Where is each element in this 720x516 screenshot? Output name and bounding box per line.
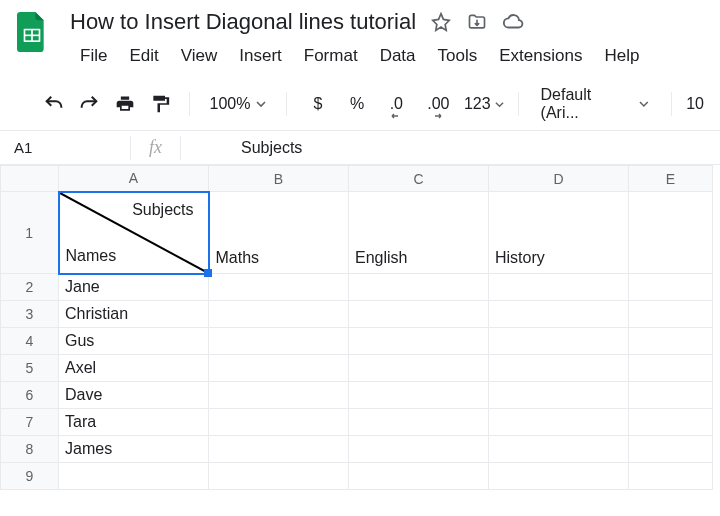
cell-A2[interactable]: Jane <box>59 274 209 301</box>
row-header-5[interactable]: 5 <box>1 355 59 382</box>
cell-D1[interactable]: History <box>489 192 629 274</box>
cell-E3[interactable] <box>629 301 713 328</box>
menu-data[interactable]: Data <box>370 40 426 72</box>
select-all-corner[interactable] <box>1 166 59 192</box>
menu-tools[interactable]: Tools <box>428 40 488 72</box>
more-formats-button[interactable]: 123 <box>464 95 504 113</box>
cell-D5[interactable] <box>489 355 629 382</box>
row-header-9[interactable]: 9 <box>1 463 59 490</box>
menu-bar: File Edit View Insert Format Data Tools … <box>70 40 708 72</box>
cell-C4[interactable] <box>349 328 489 355</box>
cell-B4[interactable] <box>209 328 349 355</box>
decrease-decimal-button[interactable]: .0 <box>380 95 413 113</box>
svg-rect-3 <box>25 36 31 40</box>
cell-A1-selected[interactable]: Subjects Names <box>59 192 209 274</box>
col-header-E[interactable]: E <box>629 166 713 192</box>
print-button[interactable] <box>110 89 139 119</box>
cell-A8[interactable]: James <box>59 436 209 463</box>
cell-E9[interactable] <box>629 463 713 490</box>
cell-B9[interactable] <box>209 463 349 490</box>
row-header-1[interactable]: 1 <box>1 192 59 274</box>
arrow-right-icon <box>433 113 443 119</box>
zoom-value: 100% <box>210 95 251 113</box>
cell-D7[interactable] <box>489 409 629 436</box>
cell-C1[interactable]: English <box>349 192 489 274</box>
cell-A1-bottom-label: Names <box>66 247 117 265</box>
cell-E8[interactable] <box>629 436 713 463</box>
cell-A5[interactable]: Axel <box>59 355 209 382</box>
redo-button[interactable] <box>75 89 104 119</box>
cell-B6[interactable] <box>209 382 349 409</box>
caret-down-icon <box>639 99 649 109</box>
col-header-C[interactable]: C <box>349 166 489 192</box>
cell-A4[interactable]: Gus <box>59 328 209 355</box>
sheets-logo[interactable] <box>12 8 52 56</box>
cell-B5[interactable] <box>209 355 349 382</box>
selection-handle[interactable] <box>204 269 212 277</box>
header: How to Insert Diagonal lines tutorial Fi… <box>0 0 720 72</box>
cell-A6[interactable]: Dave <box>59 382 209 409</box>
cell-D4[interactable] <box>489 328 629 355</box>
format-currency-button[interactable]: $ <box>301 95 334 113</box>
cell-C6[interactable] <box>349 382 489 409</box>
cloud-status-icon[interactable] <box>502 11 524 33</box>
increase-decimal-button[interactable]: .00 <box>419 95 458 113</box>
cell-C3[interactable] <box>349 301 489 328</box>
separator <box>518 92 519 116</box>
format-percent-button[interactable]: % <box>341 95 374 113</box>
cell-D8[interactable] <box>489 436 629 463</box>
paint-format-button[interactable] <box>145 89 174 119</box>
row-header-4[interactable]: 4 <box>1 328 59 355</box>
caret-down-icon <box>495 100 504 109</box>
font-selector[interactable]: Default (Ari... <box>533 86 658 122</box>
cell-E6[interactable] <box>629 382 713 409</box>
star-icon[interactable] <box>430 11 452 33</box>
menu-file[interactable]: File <box>70 40 117 72</box>
menu-view[interactable]: View <box>171 40 228 72</box>
cell-C9[interactable] <box>349 463 489 490</box>
move-folder-icon[interactable] <box>466 11 488 33</box>
cell-A3[interactable]: Christian <box>59 301 209 328</box>
toolbar: 100% $ % .0 .00 123 Default (Ari... 10 <box>0 78 720 131</box>
cell-E5[interactable] <box>629 355 713 382</box>
row-header-7[interactable]: 7 <box>1 409 59 436</box>
cell-E2[interactable] <box>629 274 713 301</box>
col-header-D[interactable]: D <box>489 166 629 192</box>
cell-C8[interactable] <box>349 436 489 463</box>
cell-B3[interactable] <box>209 301 349 328</box>
menu-insert[interactable]: Insert <box>229 40 292 72</box>
menu-extensions[interactable]: Extensions <box>489 40 592 72</box>
name-box[interactable]: A1 <box>0 139 130 156</box>
menu-help[interactable]: Help <box>594 40 649 72</box>
cell-B2[interactable] <box>209 274 349 301</box>
arrow-left-icon <box>390 113 400 119</box>
cell-D9[interactable] <box>489 463 629 490</box>
row-header-6[interactable]: 6 <box>1 382 59 409</box>
cell-A7[interactable]: Tara <box>59 409 209 436</box>
cell-A9[interactable] <box>59 463 209 490</box>
row-header-8[interactable]: 8 <box>1 436 59 463</box>
cell-D3[interactable] <box>489 301 629 328</box>
menu-edit[interactable]: Edit <box>119 40 168 72</box>
row-header-2[interactable]: 2 <box>1 274 59 301</box>
cell-C2[interactable] <box>349 274 489 301</box>
menu-format[interactable]: Format <box>294 40 368 72</box>
cell-B1[interactable]: Maths <box>209 192 349 274</box>
col-header-B[interactable]: B <box>209 166 349 192</box>
cell-B8[interactable] <box>209 436 349 463</box>
cell-E1[interactable] <box>629 192 713 274</box>
cell-C5[interactable] <box>349 355 489 382</box>
row-header-3[interactable]: 3 <box>1 301 59 328</box>
doc-title[interactable]: How to Insert Diagonal lines tutorial <box>70 9 416 35</box>
col-header-A[interactable]: A <box>59 166 209 192</box>
zoom-selector[interactable]: 100% <box>204 95 273 113</box>
undo-button[interactable] <box>40 89 69 119</box>
cell-D6[interactable] <box>489 382 629 409</box>
cell-B7[interactable] <box>209 409 349 436</box>
cell-C7[interactable] <box>349 409 489 436</box>
font-size[interactable]: 10 <box>686 95 704 113</box>
cell-E7[interactable] <box>629 409 713 436</box>
formula-content[interactable]: Subjects <box>241 139 302 157</box>
cell-D2[interactable] <box>489 274 629 301</box>
cell-E4[interactable] <box>629 328 713 355</box>
